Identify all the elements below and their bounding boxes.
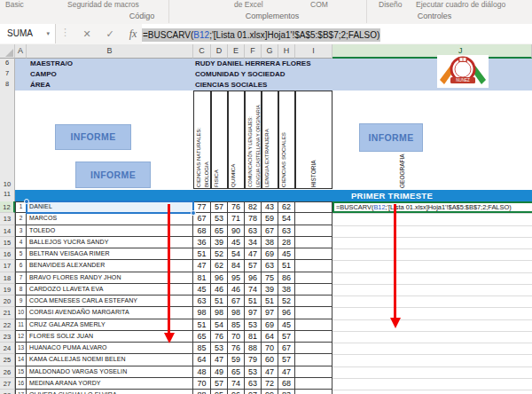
cell[interactable]: 47 (211, 354, 228, 366)
cell[interactable] (295, 354, 332, 366)
cancel-icon[interactable]: ✕ (76, 24, 98, 43)
cell[interactable]: 62 (278, 201, 295, 213)
cell[interactable]: 57 (211, 378, 228, 390)
cell[interactable]: 51 (262, 296, 278, 307)
cell[interactable]: 97 (245, 390, 262, 394)
cell[interactable]: 3 (15, 225, 27, 237)
column-header-i[interactable]: I (295, 44, 332, 59)
cell[interactable]: 60 (262, 354, 278, 366)
cell[interactable]: 88 (193, 390, 211, 394)
cell-value[interactable]: RUDY DANIEL HERRERA FLORES (195, 59, 311, 69)
cell[interactable]: 16 (15, 378, 27, 390)
column-header-e[interactable]: E (228, 44, 245, 59)
cell[interactable]: 76 (228, 343, 245, 354)
cell[interactable]: 8 (15, 284, 27, 296)
cell[interactable] (295, 272, 332, 284)
cell[interactable]: 51 (245, 296, 262, 307)
cell[interactable]: 65 (228, 366, 245, 378)
subject-header-cell[interactable]: CIENCIAS SOCIALES (278, 91, 295, 189)
cell[interactable]: 90 (228, 225, 245, 237)
cell-value[interactable]: COMUNIDAD Y SOCIEDAD (195, 69, 286, 80)
cell[interactable]: 81 (193, 272, 211, 284)
cell[interactable]: MALDONADO VARGAS YOSELIN (27, 366, 193, 378)
cell[interactable]: 88 (245, 343, 262, 354)
cell[interactable] (295, 307, 332, 319)
cell[interactable]: 84 (228, 260, 245, 272)
row-header[interactable]: 22 (0, 319, 15, 331)
row-header[interactable]: 19 (0, 284, 15, 296)
cell[interactable]: 86 (278, 272, 295, 284)
cell[interactable]: 47 (278, 366, 295, 378)
cell[interactable]: 98 (211, 307, 228, 319)
cell[interactable]: 49 (211, 366, 228, 378)
cell[interactable]: 67 (262, 225, 278, 237)
cell[interactable]: 63 (262, 260, 278, 272)
cell[interactable]: 4 (15, 237, 27, 248)
cell[interactable]: 39 (211, 237, 228, 248)
cell[interactable]: 97 (245, 307, 262, 319)
cell[interactable]: 64 (193, 354, 211, 366)
cell[interactable] (295, 366, 332, 378)
cell[interactable]: 74 (245, 284, 262, 296)
cell[interactable]: 45 (278, 248, 295, 260)
selection-handle-bottom-right[interactable] (191, 210, 196, 216)
row-header[interactable]: 26 (0, 366, 15, 378)
cell[interactable]: 45 (193, 284, 211, 296)
cell[interactable]: 9 (15, 296, 27, 307)
cell[interactable]: 46 (228, 284, 245, 296)
row-header[interactable]: 13 (0, 213, 15, 225)
cell[interactable] (295, 260, 332, 272)
row-header[interactable]: 10 (0, 180, 14, 188)
cell[interactable]: 53 (245, 366, 262, 378)
row-header[interactable]: 7 (0, 69, 14, 77)
selection-handle-top-left[interactable] (24, 199, 29, 204)
cell[interactable]: 76 (228, 201, 245, 213)
cell[interactable]: 12 (15, 331, 27, 343)
cell[interactable]: 95 (228, 272, 245, 284)
row-header[interactable]: 21 (0, 307, 15, 319)
cell[interactable]: 68 (278, 378, 295, 390)
cell[interactable] (295, 378, 332, 390)
row-header[interactable]: 17 (0, 260, 15, 272)
row-header[interactable]: 24 (0, 343, 15, 354)
cell[interactable]: 81 (245, 331, 262, 343)
cell-label[interactable]: CAMPO (30, 69, 57, 80)
row-header[interactable]: 8 (0, 80, 14, 88)
cell[interactable]: 70 (262, 343, 278, 354)
cell[interactable]: 59 (228, 354, 245, 366)
cell[interactable]: 57 (211, 201, 228, 213)
row-header[interactable]: 6 (0, 59, 14, 67)
column-header-b[interactable]: B (27, 44, 193, 59)
cell[interactable]: 15 (15, 366, 27, 378)
cell[interactable]: 48 (193, 366, 211, 378)
cell[interactable]: 54 (228, 248, 245, 260)
row-header[interactable]: 11 (0, 190, 14, 198)
cell[interactable]: 78 (245, 213, 262, 225)
name-box[interactable]: SUMA ▾ (0, 24, 56, 43)
column-header-h[interactable]: H (278, 44, 295, 59)
cell[interactable]: 63 (245, 378, 262, 390)
cell[interactable]: 52 (211, 248, 228, 260)
cell[interactable]: 10 (15, 307, 27, 319)
red-arrow-down-left[interactable] (168, 204, 170, 334)
cell[interactable]: 79 (245, 354, 262, 366)
cell-j12-formula[interactable]: =BUSCARV(B12;'[Lista 01.xlsx]Hoja1'!$A$5… (332, 201, 532, 213)
cell[interactable] (295, 331, 332, 343)
cell[interactable]: 95 (211, 390, 228, 394)
cell[interactable]: 96 (278, 307, 295, 319)
informe-button-3[interactable]: INFORME (359, 123, 423, 152)
cell[interactable] (295, 296, 332, 307)
cell[interactable]: 77 (193, 201, 211, 213)
cell[interactable]: 57 (245, 260, 262, 272)
row-header[interactable]: 16 (0, 248, 15, 260)
cell[interactable]: 53 (245, 319, 262, 331)
cell[interactable]: OLIVERA CUCHALLO ELVIRA (27, 390, 193, 394)
cell[interactable]: 17 (15, 390, 27, 394)
row-header[interactable]: 23 (0, 331, 15, 343)
school-logo[interactable]: NUNEZ (437, 55, 489, 88)
informe-button-1[interactable]: INFORME (55, 124, 131, 150)
row-header[interactable]: 20 (0, 296, 15, 307)
cell[interactable]: 72 (262, 378, 278, 390)
cell[interactable]: 47 (262, 366, 278, 378)
row-header[interactable]: 18 (0, 272, 15, 284)
